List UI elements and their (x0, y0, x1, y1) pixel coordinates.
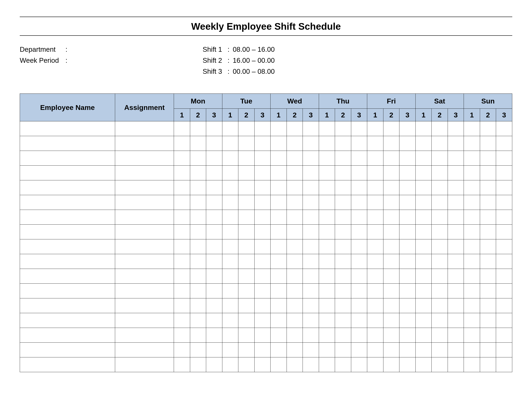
shift-num-header: 2 (286, 109, 303, 121)
shift-cell (367, 210, 383, 225)
shift-cell (335, 210, 351, 225)
assignment-cell (115, 269, 174, 284)
shift-cell (271, 180, 287, 195)
department-label: Department (20, 44, 66, 55)
shift-cell (174, 151, 190, 166)
shift-cell (351, 357, 367, 372)
shift-cell (319, 225, 335, 239)
shift-cell (496, 284, 512, 298)
shift-cell (254, 357, 271, 372)
shift-cell (319, 136, 335, 151)
shift-cell (303, 210, 319, 225)
shift-cell (303, 298, 319, 313)
assignment-cell (115, 313, 174, 328)
shift-cell (238, 166, 255, 180)
shift-cell (319, 269, 335, 284)
shift-cell (190, 284, 206, 298)
shift-cell (319, 357, 335, 372)
shift-cell (303, 166, 319, 180)
shift-cell (399, 151, 416, 166)
shift-cell (286, 121, 303, 136)
shift-cell (432, 298, 448, 313)
shift-cell (351, 195, 367, 210)
shift-cell (190, 136, 206, 151)
assignment-cell (115, 136, 174, 151)
employee-name-cell (20, 225, 115, 239)
shift-cell (415, 239, 432, 254)
shift-cell (174, 225, 190, 239)
table-row (20, 136, 512, 151)
shift-cell (448, 298, 464, 313)
shift-cell (464, 239, 480, 254)
shift-cell (383, 328, 399, 343)
employee-name-cell (20, 254, 115, 269)
shift-num-header: 3 (399, 109, 416, 121)
shift-cell (448, 328, 464, 343)
shift-cell (174, 313, 190, 328)
shift-cell (238, 357, 255, 372)
shift-cell (254, 313, 271, 328)
shift-cell (319, 328, 335, 343)
shift-cell (464, 269, 480, 284)
shift-cell (319, 151, 335, 166)
shift-num-header: 3 (496, 109, 512, 121)
shift-cell (399, 210, 416, 225)
shift-num-header: 1 (319, 109, 335, 121)
shift-cell (319, 166, 335, 180)
meta-section: Department : Week Period : Shift 1 : 08.… (20, 44, 512, 77)
shift-cell (222, 136, 238, 151)
shift-cell (399, 121, 416, 136)
shift-cell (351, 328, 367, 343)
shift-cell (254, 151, 271, 166)
shift-cell (432, 225, 448, 239)
assignment-header: Assignment (115, 94, 174, 121)
shift-cell (222, 225, 238, 239)
day-header-tue: Tue (222, 94, 271, 109)
shift-cell (351, 210, 367, 225)
employee-name-cell (20, 151, 115, 166)
shift-cell (206, 225, 222, 239)
shift-cell (496, 269, 512, 284)
shift-cell (480, 166, 496, 180)
shift-cell (496, 136, 512, 151)
shift-cell (206, 166, 222, 180)
shift-cell (174, 121, 190, 136)
shift-cell (448, 313, 464, 328)
shift-cell (190, 313, 206, 328)
shift-cell (415, 180, 432, 195)
shift-cell (238, 210, 255, 225)
shift-num-header: 1 (367, 109, 383, 121)
employee-name-cell (20, 136, 115, 151)
colon: : (66, 55, 72, 66)
shift-cell (432, 343, 448, 357)
shift-cell (464, 180, 480, 195)
table-row (20, 254, 512, 269)
assignment-cell (115, 151, 174, 166)
shift-cell (351, 313, 367, 328)
table-row (20, 195, 512, 210)
shift-cell (399, 343, 416, 357)
shift-cell (222, 328, 238, 343)
shift-cell (286, 166, 303, 180)
shift-cell (335, 136, 351, 151)
shift-cell (238, 239, 255, 254)
shift-cell (448, 225, 464, 239)
shift-cell (432, 357, 448, 372)
shift-cell (448, 195, 464, 210)
shift-cell (367, 328, 383, 343)
shift-cell (335, 166, 351, 180)
shift-num-header: 2 (190, 109, 206, 121)
shift-cell (496, 121, 512, 136)
shift-num-header: 2 (432, 109, 448, 121)
shift-cell (206, 121, 222, 136)
employee-name-cell (20, 313, 115, 328)
shift-cell (286, 210, 303, 225)
shift-cell (480, 136, 496, 151)
shift-cell (480, 343, 496, 357)
shift-cell (496, 225, 512, 239)
shift-3-time: 00.00 – 08.00 (233, 66, 512, 77)
shift-cell (271, 343, 287, 357)
shift-cell (335, 343, 351, 357)
shift-num-header: 3 (303, 109, 319, 121)
shift-cell (303, 239, 319, 254)
